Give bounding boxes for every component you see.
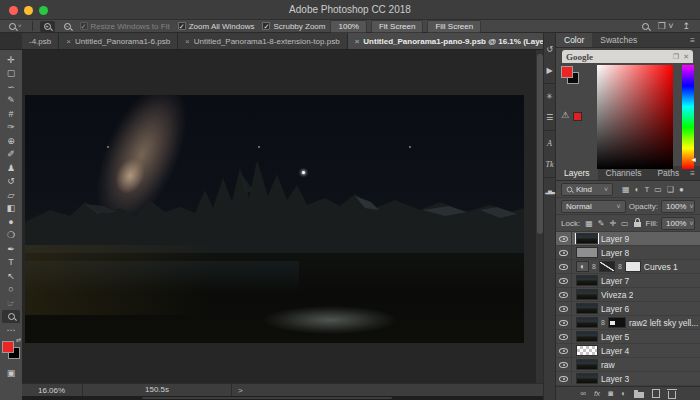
brush-tool[interactable]: ✐ bbox=[2, 148, 20, 161]
option-checkbox[interactable]: ✓Scrubby Zoom bbox=[262, 22, 325, 31]
gradient-tool[interactable]: ◧ bbox=[2, 202, 20, 215]
share-icon[interactable]: ↥ bbox=[682, 21, 690, 31]
color-panel-menu-icon[interactable]: ≡ bbox=[690, 36, 700, 45]
horizontal-scrollbar[interactable] bbox=[22, 396, 543, 400]
100--button[interactable]: 100% bbox=[330, 20, 366, 33]
status-chevron[interactable]: > bbox=[238, 386, 243, 395]
hand-tool[interactable]: ☞ bbox=[2, 296, 20, 309]
close-tab-icon[interactable]: × bbox=[355, 37, 360, 46]
document-tab[interactable]: ×Untitled_Panorama1-8-extension-top.psb bbox=[178, 33, 348, 49]
properties-panel-icon[interactable]: ☰ bbox=[543, 107, 556, 128]
option-checkbox[interactable]: ✓Zoom All Windows bbox=[178, 22, 255, 31]
history-panel-icon[interactable]: ↺ bbox=[543, 39, 556, 60]
lock-artboard-icon[interactable]: ▭ bbox=[621, 219, 629, 228]
smart-object-filter-icon[interactable]: ❏ bbox=[667, 185, 674, 194]
lock-paint-icon[interactable]: ✎ bbox=[598, 219, 605, 228]
maximize-icon[interactable]: ❐ bbox=[673, 53, 679, 61]
document-image[interactable] bbox=[25, 95, 524, 343]
attribute-filter-icon[interactable]: ● bbox=[679, 185, 684, 194]
lock-transparency-icon[interactable]: ▦ bbox=[585, 219, 593, 228]
document-tab[interactable]: ×Untitled_Panorama1-6.psb bbox=[59, 33, 178, 49]
path-selection-tool[interactable]: ↖ bbox=[2, 269, 20, 282]
document-tab[interactable]: -4.psb bbox=[22, 33, 59, 49]
zoom-in-button[interactable]: + bbox=[40, 21, 55, 32]
layer-row[interactable]: Layer 8 bbox=[556, 246, 700, 260]
shape-tool[interactable]: ○ bbox=[2, 283, 20, 296]
close-tab-icon[interactable]: × bbox=[66, 37, 71, 46]
tool-preset-picker[interactable]: ˅ bbox=[6, 21, 25, 32]
lock-position-icon[interactable]: ✛ bbox=[609, 219, 616, 228]
histogram-panel-icon[interactable]: ▂▅▃ bbox=[543, 180, 556, 201]
healing-brush-tool[interactable]: ⊕ bbox=[2, 134, 20, 147]
move-tool[interactable]: ✛ bbox=[2, 53, 20, 66]
layer-visibility-toggle[interactable] bbox=[556, 302, 572, 315]
layer-visibility-toggle[interactable] bbox=[556, 358, 572, 371]
eraser-tool[interactable]: ▱ bbox=[2, 188, 20, 201]
layer-row[interactable]: Layer 9 bbox=[556, 232, 700, 246]
layer-visibility-toggle[interactable] bbox=[556, 288, 572, 301]
horizontal-scrollbar-thumb[interactable] bbox=[142, 397, 392, 399]
link-layers-icon[interactable]: ∞ bbox=[580, 389, 586, 399]
delete-layer-icon[interactable] bbox=[668, 391, 676, 399]
layer-row[interactable]: Layer 6 bbox=[556, 302, 700, 316]
saturation-brightness-field[interactable] bbox=[597, 65, 673, 169]
layer-row[interactable]: 8raw2 left sky yell... bbox=[556, 316, 700, 330]
vertical-scrollbar-thumb[interactable] bbox=[537, 54, 543, 234]
color-swatch-widget[interactable]: ⇄ bbox=[1, 338, 21, 362]
blend-mode-dropdown[interactable]: Normal ˅ bbox=[561, 200, 626, 213]
lock-all-icon[interactable] bbox=[634, 222, 641, 227]
type-tool[interactable]: T bbox=[2, 256, 20, 269]
layer-row[interactable]: ◐88Curves 1 bbox=[556, 260, 700, 274]
layer-visibility-toggle[interactable] bbox=[556, 260, 572, 273]
document-tab[interactable]: ×Untitled_Panorama1-pano-9.psb @ 16.1% (… bbox=[348, 33, 543, 49]
tk-panel-icon[interactable]: Tk bbox=[543, 154, 556, 175]
crop-tool[interactable]: # bbox=[2, 107, 20, 120]
canvas-pasteboard[interactable] bbox=[22, 50, 543, 383]
eyedropper-tool[interactable]: ✑ bbox=[2, 121, 20, 134]
shape-filter-icon[interactable]: ▭ bbox=[654, 185, 662, 194]
vertical-scrollbar[interactable] bbox=[535, 50, 543, 383]
hue-slider[interactable] bbox=[682, 65, 694, 169]
pen-tool[interactable]: ✒ bbox=[2, 242, 20, 255]
swap-colors-icon[interactable]: ⇄ bbox=[16, 336, 21, 343]
marquee-tool[interactable]: ▢ bbox=[2, 67, 20, 80]
foreground-color-swatch[interactable] bbox=[2, 341, 14, 353]
hue-slider-marker[interactable]: ◄ bbox=[690, 156, 697, 163]
actions-panel-icon[interactable]: ▶ bbox=[543, 60, 556, 81]
adjustment-filter-icon[interactable]: ◐ bbox=[635, 185, 640, 194]
workspace-icon[interactable]: ❐ ˅ bbox=[658, 21, 674, 31]
close-tab-icon[interactable]: × bbox=[185, 37, 190, 46]
layer-visibility-toggle[interactable] bbox=[556, 344, 572, 357]
type-filter-icon[interactable]: T bbox=[644, 185, 649, 194]
color-tab-swatches[interactable]: Swatches bbox=[592, 33, 645, 47]
lasso-tool[interactable]: ∽ bbox=[2, 80, 20, 93]
layer-row[interactable]: Layer 4 bbox=[556, 344, 700, 358]
history-brush-tool[interactable]: ↺ bbox=[2, 175, 20, 188]
clone-stamp-tool[interactable]: ♟ bbox=[2, 161, 20, 174]
edit-toolbar[interactable]: ⋯ bbox=[2, 323, 20, 336]
fill-dropdown[interactable]: 100% ˅ bbox=[661, 217, 695, 230]
layer-visibility-toggle[interactable] bbox=[556, 274, 572, 287]
layer-visibility-toggle[interactable] bbox=[556, 330, 572, 343]
zoom-level-field[interactable]: 16.06% bbox=[38, 386, 82, 395]
screen-mode-button[interactable]: ▣ bbox=[7, 368, 16, 378]
blur-tool[interactable]: ● bbox=[2, 215, 20, 228]
fit-screen-button[interactable]: Fit Screen bbox=[371, 20, 423, 33]
quick-selection-tool[interactable]: ✎ bbox=[2, 94, 20, 107]
layer-visibility-toggle[interactable] bbox=[556, 316, 572, 329]
zoom-tool[interactable] bbox=[2, 310, 20, 323]
new-layer-icon[interactable] bbox=[652, 389, 660, 398]
glyphs-panel-icon[interactable]: A bbox=[543, 133, 556, 154]
search-icon[interactable] bbox=[642, 23, 649, 30]
dodge-tool[interactable]: ❍ bbox=[2, 229, 20, 242]
zoom-out-button[interactable]: − bbox=[60, 21, 75, 32]
gamut-color-swatch[interactable] bbox=[573, 112, 582, 121]
layer-row[interactable]: Layer 3 bbox=[556, 372, 700, 386]
status-info-field[interactable]: 150.5s bbox=[82, 384, 232, 396]
close-icon[interactable]: ✕ bbox=[683, 53, 689, 61]
layer-row[interactable]: Layer 5 bbox=[556, 330, 700, 344]
layer-row[interactable]: Layer 7 bbox=[556, 274, 700, 288]
fill-screen-button[interactable]: Fill Screen bbox=[427, 20, 481, 33]
layer-row[interactable]: raw bbox=[556, 358, 700, 372]
adjustments-panel-icon[interactable]: ✳ bbox=[543, 86, 556, 107]
